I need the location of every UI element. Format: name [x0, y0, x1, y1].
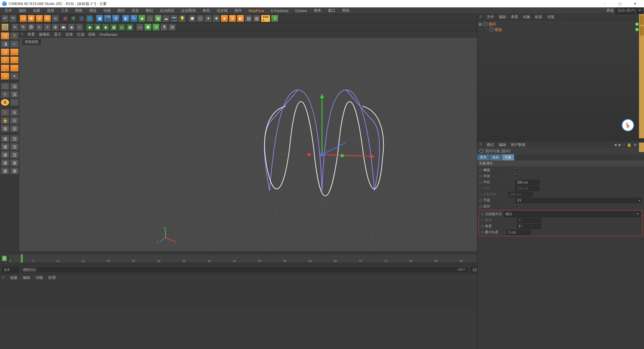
- t2-g3-icon[interactable]: ◉: [102, 23, 109, 31]
- lt-c8-icon[interactable]: ▦: [10, 159, 19, 166]
- lt-s-icon[interactable]: S: [1, 99, 9, 106]
- lt-move2-icon[interactable]: ↖: [10, 64, 19, 72]
- strip-tab-1[interactable]: [640, 15, 644, 25]
- vis-tag-icon[interactable]: [635, 28, 639, 31]
- vp-menu-prorender[interactable]: ProRender: [100, 33, 117, 37]
- t2-p1-icon[interactable]: ▭: [136, 23, 144, 31]
- lt-rect-icon[interactable]: ▭: [10, 48, 19, 56]
- render-pv-icon[interactable]: 🎬: [104, 15, 111, 22]
- t2-p3-icon[interactable]: ◔: [152, 23, 160, 31]
- obj-menu-obj[interactable]: 对象: [523, 14, 530, 19]
- lt-c6-icon[interactable]: ▨: [10, 151, 19, 158]
- lt-model-icon[interactable]: ◨: [1, 40, 9, 48]
- lt-a2-icon[interactable]: ▤: [10, 83, 19, 90]
- menu-pipe[interactable]: 流水线: [213, 7, 231, 14]
- attr-menu-edit[interactable]: 编辑: [499, 142, 506, 147]
- render-view-icon[interactable]: ▣: [96, 15, 103, 22]
- axis-y-toggle[interactable]: Y: [70, 15, 77, 22]
- lt-arrow-icon[interactable]: ↖: [10, 40, 19, 48]
- mat-menu-tex[interactable]: 纹理: [48, 275, 56, 280]
- new-icon[interactable]: ⊕: [634, 143, 637, 147]
- obj-menu-bm[interactable]: 书签: [547, 14, 554, 19]
- lt-lock-icon[interactable]: 🔒: [1, 117, 9, 124]
- t2-3-icon[interactable]: ⭗: [28, 23, 35, 31]
- t2-4-icon[interactable]: ∿: [36, 23, 43, 31]
- add-generator-icon[interactable]: ⬚: [146, 15, 154, 22]
- lt-poly-icon[interactable]: ▰: [1, 72, 9, 80]
- mat-menu-create[interactable]: 创建: [10, 275, 17, 280]
- menu-char[interactable]: 角色: [199, 7, 213, 14]
- rotate-icon[interactable]: ↻: [44, 15, 51, 22]
- t2-1-icon[interactable]: ↖: [11, 23, 19, 31]
- lt-edge-icon[interactable]: ╱: [1, 64, 9, 72]
- t2-g6-icon[interactable]: ▩: [126, 23, 133, 31]
- menu-script[interactable]: 脚本: [311, 7, 325, 14]
- vis-tag-icon[interactable]: [635, 22, 639, 26]
- lt-a4-icon[interactable]: [10, 99, 19, 106]
- plane-dropdown[interactable]: XY: [515, 198, 642, 203]
- lt-a3-icon[interactable]: ▥: [10, 91, 19, 98]
- tool-c-icon[interactable]: ✦: [205, 15, 212, 22]
- add-spline-icon[interactable]: ✎: [130, 15, 138, 22]
- redo-icon[interactable]: ↷: [9, 15, 17, 22]
- attr-menu-mode[interactable]: 模式: [487, 142, 494, 147]
- t2-2-icon[interactable]: ✎: [19, 23, 27, 31]
- menu-plugin[interactable]: 插件: [231, 7, 245, 14]
- lock-icon[interactable]: 🔒: [627, 143, 632, 147]
- add-cube-icon[interactable]: ◧: [122, 15, 129, 22]
- t2-9-icon[interactable]: ☆: [76, 23, 83, 31]
- lt-c2-icon[interactable]: ▤: [10, 135, 19, 142]
- nav-back-icon[interactable]: ◀: [614, 143, 616, 147]
- live-select-icon[interactable]: ▭: [19, 15, 27, 22]
- tab-coord[interactable]: 坐标: [490, 154, 502, 160]
- menu-tools[interactable]: 工具: [58, 7, 72, 14]
- menu-help[interactable]: 帮助: [339, 7, 353, 14]
- t2-fx-icon[interactable]: .fx: [168, 23, 176, 31]
- t2-6-icon[interactable]: ⊕: [52, 23, 59, 31]
- undo-icon[interactable]: ↶: [1, 15, 9, 22]
- tool-f-icon[interactable]: S: [229, 15, 236, 22]
- reverse-checkbox[interactable]: [515, 205, 519, 208]
- coord-system-icon[interactable]: 🌐: [86, 15, 93, 22]
- t2-8-icon[interactable]: ◈: [68, 23, 75, 31]
- menu-anim[interactable]: 动画: [100, 7, 114, 14]
- vp-menu-opt[interactable]: 选项: [65, 32, 73, 37]
- vp-menu-view[interactable]: 查看: [28, 32, 35, 37]
- lt-lasso-icon[interactable]: ∿: [10, 56, 19, 64]
- t2-g2-icon[interactable]: ▣: [94, 23, 101, 31]
- tab-object[interactable]: 对象: [502, 154, 515, 160]
- t2-7-icon[interactable]: ⬬: [60, 23, 67, 31]
- nav-fwd-icon[interactable]: ▶: [619, 143, 621, 147]
- tool-i-icon[interactable]: ▥: [253, 15, 260, 22]
- t2-p2-icon[interactable]: ⬣: [144, 23, 152, 31]
- minimize-button[interactable]: －: [598, 1, 612, 6]
- menu-mograph[interactable]: 运动图形: [178, 7, 199, 14]
- mat-menu-edit[interactable]: 编辑: [23, 275, 30, 280]
- lt-a1-icon[interactable]: ⬚: [1, 83, 9, 90]
- axis-x-toggle[interactable]: X: [62, 15, 69, 22]
- obj-menu-view[interactable]: 查看: [511, 14, 518, 19]
- lt-c10-icon[interactable]: ▦: [10, 167, 19, 174]
- lt-pt-icon[interactable]: ●: [1, 56, 9, 64]
- tool-g-icon[interactable]: ◐: [237, 15, 244, 22]
- add-nurbs-icon[interactable]: ◆: [138, 15, 146, 22]
- start-frame-field[interactable]: 0 F: [2, 267, 19, 273]
- tree-item-helix[interactable]: └ 螺旋 ✓: [479, 27, 643, 32]
- menu-realflow[interactable]: RealFlow: [245, 8, 267, 13]
- lt-c7-icon[interactable]: ▦: [1, 159, 9, 166]
- vp-menu-cam[interactable]: 摄像机: [39, 32, 50, 37]
- vp-menu-panel[interactable]: 面板: [88, 32, 96, 37]
- lt-c5-icon[interactable]: ▦: [1, 151, 9, 158]
- lt-mouse-icon[interactable]: 🖰: [1, 91, 9, 98]
- angle-field[interactable]: 5 °: [517, 224, 541, 229]
- render-settings-icon[interactable]: ⚙: [112, 15, 119, 22]
- ellipse-checkbox[interactable]: [515, 168, 519, 172]
- scale-icon[interactable]: ⤢: [36, 15, 43, 22]
- add-light-icon[interactable]: 💡: [178, 15, 186, 22]
- strip-tab-2[interactable]: [640, 26, 644, 36]
- t2-p4-icon[interactable]: ⚗: [160, 23, 168, 31]
- interp-dropdown[interactable]: 细分: [504, 211, 640, 217]
- radius-field[interactable]: 200 cm: [515, 180, 539, 185]
- t2-g4-icon[interactable]: ▦: [110, 23, 117, 31]
- timeline-cursor[interactable]: [21, 254, 23, 263]
